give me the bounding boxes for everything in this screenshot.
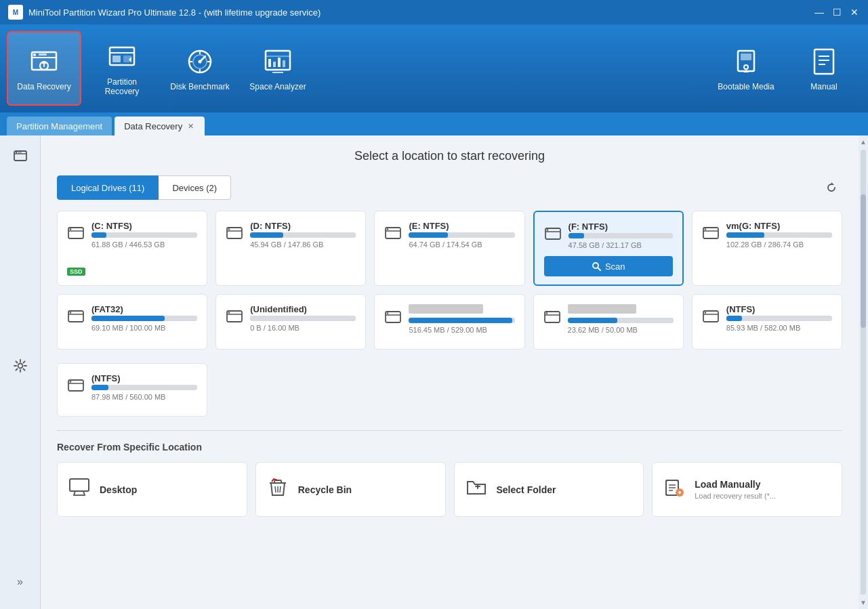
toolbar-item-partition-recovery[interactable]: Partition Recovery [85, 31, 159, 106]
sidebar: » [0, 135, 41, 609]
drive-card-fat32[interactable]: (FAT32) 69.10 MB / 100.00 MB [57, 294, 207, 350]
svg-point-36 [18, 363, 22, 368]
drive-card-d[interactable]: (D: NTFS) 45.94 GB / 147.86 GB [215, 211, 366, 286]
toolbar-item-data-recovery[interactable]: Data Recovery [7, 31, 81, 106]
svg-point-34 [15, 152, 16, 153]
specific-folder-label: Select Folder [497, 484, 556, 495]
manual-icon [808, 45, 840, 78]
window-controls: — ☐ ✕ [814, 7, 860, 18]
tab-data-recovery[interactable]: Data Recovery ✕ [115, 117, 205, 135]
drive-d-info: (D: NTFS) 45.94 GB / 147.86 GB [250, 221, 356, 249]
drive-unknown1-icon [384, 308, 402, 330]
specific-card-select-folder[interactable]: Select Folder [454, 462, 644, 517]
drive-tab-logical[interactable]: Logical Drives (11) [57, 175, 159, 200]
specific-section-title: Recover From Specific Location [57, 442, 842, 453]
specific-card-load-manually[interactable]: Load Manually Load recovery result (*... [652, 462, 842, 517]
drive-c-size: 61.88 GB / 446.53 GB [91, 240, 197, 249]
sidebar-expand-icon[interactable]: » [7, 568, 34, 595]
drive-vmg-label: vm(G: NTFS) [726, 221, 832, 231]
scan-button[interactable]: Scan [544, 256, 673, 276]
drive-card-unidentified-header: (Unidentified) 0 B / 16.00 MB [226, 304, 356, 332]
drive-c-icon [67, 224, 85, 246]
drive-tab-devices[interactable]: Devices (2) [159, 175, 231, 200]
toolbar-item-manual[interactable]: Manual [787, 31, 861, 106]
drive-ntfs1-size: 85.93 MB / 582.00 MB [726, 324, 832, 332]
drive-vmg-size: 102.28 GB / 286.74 GB [726, 240, 832, 249]
drive-unknown2-label [568, 304, 637, 314]
drive-ntfs1-info: (NTFS) 85.93 MB / 582.00 MB [726, 304, 832, 332]
drive-tabs: Logical Drives (11) Devices (2) [57, 175, 842, 200]
drive-c-info: (C: NTFS) 61.88 GB / 446.53 GB [91, 221, 197, 249]
drive-card-e-header: (E: NTFS) 64.74 GB / 174.54 GB [384, 221, 514, 249]
desktop-icon [68, 476, 90, 503]
maximize-button[interactable]: ☐ [831, 7, 842, 18]
drive-c-bar-bg [91, 232, 197, 238]
drive-card-c[interactable]: (C: NTFS) 61.88 GB / 446.53 GB SSD [57, 211, 207, 286]
refresh-button[interactable] [821, 177, 842, 198]
bootable-media-icon [730, 45, 762, 78]
scroll-up-arrow[interactable]: ▲ [860, 138, 867, 146]
data-recovery-icon [28, 45, 60, 78]
drive-e-size: 64.74 GB / 174.54 GB [409, 240, 514, 249]
close-button[interactable]: ✕ [849, 7, 860, 18]
drive-unknown2-info: 23.62 MB / 50.00 MB [568, 304, 674, 334]
drive-e-icon [384, 224, 402, 246]
svg-rect-77 [274, 480, 281, 483]
drive-unidentified-size: 0 B / 16.00 MB [250, 324, 356, 332]
specific-card-folder-text: Select Folder [497, 484, 556, 495]
tab-data-recovery-close[interactable]: ✕ [186, 122, 195, 131]
specific-card-desktop[interactable]: Desktop [57, 462, 247, 517]
minimize-button[interactable]: — [814, 7, 825, 18]
drive-grid: (C: NTFS) 61.88 GB / 446.53 GB SSD [57, 211, 842, 350]
svg-line-78 [275, 486, 276, 492]
drive-e-bar-bg [409, 232, 514, 238]
drive-card-e[interactable]: (E: NTFS) 64.74 GB / 174.54 GB [374, 211, 524, 286]
drive-c-bar-fill [91, 232, 106, 238]
drive-card-unidentified[interactable]: (Unidentified) 0 B / 16.00 MB [215, 294, 366, 350]
drive-vmg-info: vm(G: NTFS) 102.28 GB / 286.74 GB [726, 221, 832, 249]
drive-vmg-bar-fill [726, 232, 764, 238]
drive-e-bar-fill [409, 232, 448, 238]
svg-rect-23 [283, 60, 285, 67]
drive-card-unknown1-header: 516.45 MB / 529.00 MB [384, 304, 514, 334]
drive-card-ntfs2[interactable]: (NTFS) 87.98 MB / 560.00 MB [57, 363, 207, 417]
drive-card-f[interactable]: (F: NTFS) 47.58 GB / 321.17 GB Scan [533, 211, 684, 286]
toolbar-item-disk-benchmark[interactable]: Disk Benchmark [163, 31, 237, 106]
svg-point-45 [387, 228, 389, 230]
drive-c-label: (C: NTFS) [91, 221, 197, 231]
scroll-down-arrow[interactable]: ▼ [860, 599, 867, 606]
toolbar-item-bootable-media[interactable]: Bootable Media [709, 31, 783, 106]
drive-card-vmg[interactable]: vm(G: NTFS) 102.28 GB / 286.74 GB [692, 211, 842, 286]
specific-card-recycle-bin[interactable]: Recycle Bin [255, 462, 446, 517]
drive-ntfs2-label: (NTFS) [91, 373, 197, 383]
specific-card-desktop-text: Desktop [100, 484, 137, 495]
drive-fat32-bar-bg [91, 316, 197, 321]
space-analyzer-icon [262, 45, 294, 78]
drive-card-unknown1[interactable]: 516.45 MB / 529.00 MB [374, 294, 524, 350]
drive-ntfs2-size: 87.98 MB / 560.00 MB [91, 393, 197, 401]
drive-unknown2-size: 23.62 MB / 50.00 MB [568, 326, 674, 334]
tab-data-recovery-label: Data Recovery [124, 121, 182, 131]
drive-card-ntfs1[interactable]: (NTFS) 85.93 MB / 582.00 MB [692, 294, 842, 350]
scroll-track[interactable] [861, 150, 866, 595]
drive-ntfs1-bar-fill [726, 316, 742, 321]
drive-unidentified-bar-bg [250, 316, 356, 321]
svg-rect-20 [268, 59, 271, 67]
sidebar-settings-icon[interactable] [7, 352, 34, 379]
recycle-bin-icon [267, 476, 289, 503]
drive-vmg-icon [702, 224, 720, 246]
specific-load-label: Load Manually [695, 479, 776, 490]
drive-card-unknown2[interactable]: 23.62 MB / 50.00 MB [533, 294, 684, 350]
drive-card-ntfs1-header: (NTFS) 85.93 MB / 582.00 MB [702, 304, 832, 332]
drive-unidentified-label: (Unidentified) [250, 304, 356, 314]
svg-point-48 [546, 229, 548, 231]
svg-point-27 [744, 65, 748, 69]
svg-point-56 [70, 312, 72, 314]
scrollbar[interactable]: ▲ ▼ [859, 135, 868, 609]
scroll-thumb[interactable] [861, 194, 866, 328]
svg-rect-22 [278, 58, 281, 67]
toolbar-item-space-analyzer[interactable]: Space Analyzer [241, 31, 315, 106]
sidebar-disk-icon[interactable] [7, 142, 34, 169]
svg-point-4 [33, 54, 36, 56]
tab-partition-management[interactable]: Partition Management [7, 117, 112, 135]
